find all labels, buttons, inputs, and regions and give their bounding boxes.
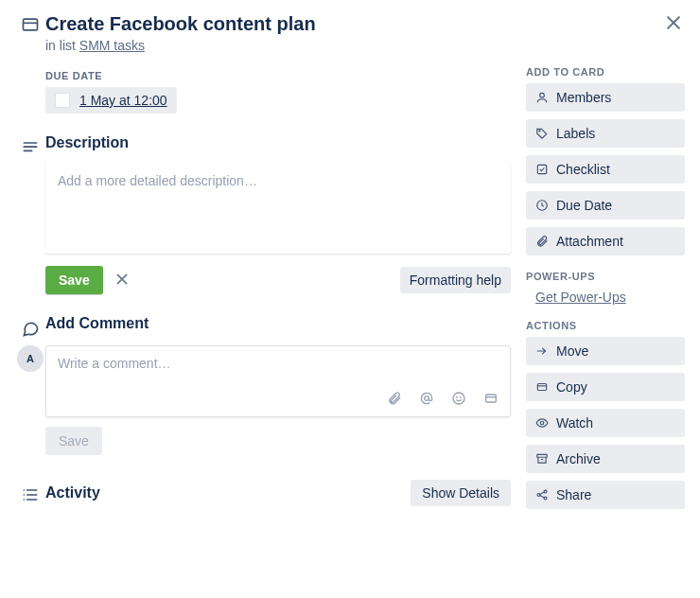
svg-line-35	[540, 496, 545, 498]
save-description-button[interactable]: Save	[45, 266, 103, 294]
card-icon	[483, 391, 499, 406]
at-icon	[419, 391, 434, 406]
close-icon	[114, 272, 130, 287]
action-watch[interactable]: Watch	[526, 409, 685, 437]
formatting-help-button[interactable]: Formatting help	[400, 267, 511, 293]
svg-rect-2	[24, 19, 38, 30]
add-comment-heading: Add Comment	[45, 315, 511, 332]
add-to-card-members[interactable]: Members	[526, 83, 685, 112]
attachment-button[interactable]	[387, 391, 402, 409]
add-to-card-label: Labels	[556, 126, 595, 141]
paperclip-icon	[387, 391, 402, 406]
due-date-checkbox[interactable]	[55, 93, 70, 108]
tag-icon	[535, 127, 549, 140]
close-icon	[664, 13, 683, 32]
due-date-value: 1 May at 12:00	[79, 93, 167, 108]
comment-icon	[21, 319, 40, 338]
comment-textarea[interactable]	[46, 346, 510, 384]
description-textarea[interactable]	[45, 163, 511, 254]
add-to-card-due-date[interactable]: Due Date	[526, 191, 685, 220]
card-link-button[interactable]	[483, 391, 499, 409]
svg-line-34	[540, 492, 545, 494]
save-comment-button: Save	[45, 427, 102, 455]
svg-point-9	[425, 396, 429, 401]
add-to-card-checklist[interactable]: Checklist	[526, 155, 685, 184]
actions-heading: ACTIONS	[526, 320, 685, 331]
svg-rect-29	[537, 454, 548, 457]
action-label: Move	[556, 343, 588, 359]
description-heading: Description	[45, 134, 511, 151]
user-icon	[535, 91, 549, 104]
close-button[interactable]	[664, 13, 683, 35]
svg-rect-26	[537, 384, 546, 391]
cancel-description-button[interactable]	[114, 272, 130, 290]
svg-point-12	[461, 396, 462, 397]
add-to-card-heading: ADD TO CARD	[526, 66, 685, 78]
svg-point-10	[453, 393, 464, 404]
svg-point-11	[457, 396, 458, 397]
activity-icon	[21, 485, 40, 504]
emoji-button[interactable]	[451, 391, 466, 409]
action-share[interactable]: Share	[526, 481, 685, 509]
action-label: Archive	[556, 451, 601, 466]
clock-icon	[535, 199, 549, 212]
archive-icon	[535, 452, 549, 466]
powerups-heading: POWER-UPS	[526, 271, 685, 282]
action-label: Watch	[556, 415, 593, 431]
description-icon	[21, 138, 40, 157]
card-title[interactable]: Create Facebook content plan	[45, 11, 511, 36]
add-to-card-labels[interactable]: Labels	[526, 119, 685, 148]
card-icon	[21, 15, 40, 34]
card-icon	[535, 380, 549, 394]
in-list-prefix: in list	[45, 38, 79, 53]
action-archive[interactable]: Archive	[526, 445, 685, 473]
arrow-right-icon	[535, 344, 549, 358]
list-link[interactable]: SMM tasks	[79, 38, 145, 53]
svg-point-28	[540, 421, 544, 425]
add-to-card-label: Checklist	[556, 162, 610, 177]
share-icon	[535, 488, 549, 501]
svg-point-22	[539, 131, 540, 132]
action-label: Copy	[556, 379, 587, 395]
activity-heading: Activity	[45, 484, 100, 501]
paperclip-icon	[535, 235, 549, 248]
svg-rect-13	[486, 395, 497, 402]
list-location: in list SMM tasks	[45, 38, 511, 53]
avatar[interactable]: A	[17, 345, 44, 372]
checklist-icon	[535, 163, 549, 176]
eye-icon	[535, 416, 549, 430]
due-date-label: DUE DATE	[45, 70, 511, 81]
add-to-card-label: Due Date	[556, 198, 612, 213]
add-to-card-label: Members	[556, 90, 611, 105]
action-label: Share	[556, 487, 591, 502]
add-to-card-attachment[interactable]: Attachment	[526, 227, 685, 255]
add-to-card-label: Attachment	[556, 234, 623, 249]
show-details-button[interactable]: Show Details	[411, 480, 511, 506]
svg-point-21	[540, 93, 545, 97]
mention-button[interactable]	[419, 391, 434, 409]
due-date-chip[interactable]: 1 May at 12:00	[45, 87, 177, 114]
action-move[interactable]: Move	[526, 337, 685, 365]
smile-icon	[451, 391, 466, 406]
get-powerups-link[interactable]: Get Power-Ups	[535, 290, 626, 305]
svg-rect-23	[537, 165, 546, 173]
action-copy[interactable]: Copy	[526, 373, 685, 401]
